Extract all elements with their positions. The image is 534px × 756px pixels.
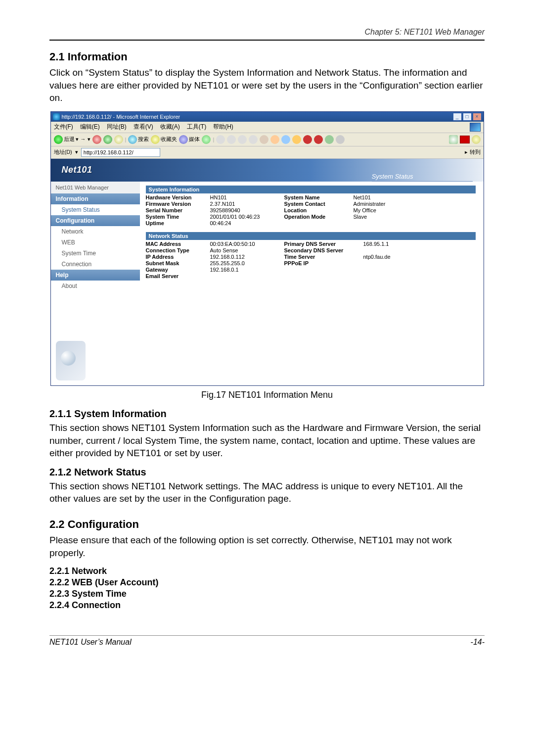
history-icon[interactable] [202,135,211,144]
footer-manual: NET101 User’s Manual [49,638,132,647]
toolbar-icon-e[interactable] [303,135,312,144]
section-2-1-para: Click on “System Status” to display the … [49,66,485,104]
forward-button[interactable]: → ▾ [81,136,90,142]
close-button[interactable]: × [473,113,482,121]
section-2-1-1-para: This section shows NET101 System Informa… [49,422,485,460]
toolbar-icon-g[interactable] [325,135,334,144]
stop-icon[interactable] [92,135,101,144]
search-button[interactable]: 搜索 [128,135,149,144]
ie-throbber-icon [470,123,481,132]
label-serial-number: Serial Number [146,207,210,213]
go-button[interactable]: ▸ 转到 [465,148,480,156]
toolbar-icon-f[interactable] [314,135,323,144]
menu-help[interactable]: 帮助(H) [213,123,233,132]
label-connection-type: Connection Type [146,247,210,253]
label-firmware-version: Firmware Version [146,201,210,207]
label-mac-address: MAC Address [146,241,210,247]
value-connection-type: Auto Sense [210,247,284,253]
ext-icon-1[interactable] [449,135,458,144]
minimize-button[interactable]: _ [453,113,462,121]
label-ip-address: IP Address [146,254,210,260]
sidebar: Net101 Web Manager Information System St… [51,182,140,385]
ie-window-title: http://192.168.0.112/ - Microsoft Intern… [62,114,180,120]
label-operation-mode: Operation Mode [284,214,354,220]
menu-edit[interactable]: 编辑(E) [80,123,100,132]
toolbar-icon-c[interactable] [281,135,290,144]
sidebar-caption: Net101 Web Manager [51,182,140,193]
mail-icon[interactable] [216,135,225,144]
back-button[interactable]: 后退 ▾ [54,135,79,144]
ie-window: http://192.168.0.112/ - Microsoft Intern… [50,111,484,386]
net101-brand: Net101 [51,165,92,175]
menu-goto[interactable]: 同址(B) [107,123,127,132]
net101-banner: Net101 System Status [51,159,484,182]
value-email-server [210,273,284,279]
label-gateway: Gateway [146,267,210,273]
sidebar-item-network[interactable]: Network [51,226,140,237]
sidebar-section-information: Information [51,193,140,204]
label-secondary-dns: Secondary DNS Server [284,247,363,253]
network-status-table: MAC Address 00:03:EA:00:50:10 Primary DN… [146,241,476,279]
section-2-1-2-para: This section shows NET101 Network settin… [49,480,485,505]
section-2-2-4: 2.2.4 Connection [49,600,485,611]
value-ip-address: 192.168.0.112 [210,254,284,260]
menu-tools[interactable]: 工具(T) [187,123,206,132]
chapter-header: Chapter 5: NET101 Web Manager [49,28,485,41]
sidebar-item-connection[interactable]: Connection [51,259,140,270]
figure-caption: Fig.17 NET101 Information Menu [49,390,485,400]
label-system-name: System Name [284,194,354,200]
ie-menubar: 文件(F) 编辑(E) 同址(B) 查看(V) 收藏(A) 工具(T) 帮助(H… [51,122,484,133]
value-gateway: 192.168.0.1 [210,267,284,273]
section-2-2-1: 2.2.1 Network [49,566,485,576]
home-icon[interactable] [114,135,123,144]
ie-addressbar: 地址(D) ▾ ▸ 转到 [51,146,484,159]
value-system-time: 2001/01/01 00:46:23 [210,214,284,220]
edit-icon[interactable] [238,135,247,144]
address-label: 地址(D) [54,148,72,156]
menu-file[interactable]: 文件(F) [54,123,73,132]
value-location: My Office [354,207,413,213]
page-footer: NET101 User’s Manual -14- [49,635,485,647]
label-system-contact: System Contact [284,201,354,207]
print-icon[interactable] [227,135,236,144]
section-2-1-title: 2.1 Information [49,50,485,63]
value-time-server: ntp0.fau.de [363,254,423,260]
sidebar-item-system-status[interactable]: System Status [51,204,140,215]
ext-icon-3[interactable] [472,135,481,144]
value-firmware-version: 2.37.N101 [210,201,284,207]
section-2-2-2: 2.2.2 WEB (User Account) [49,577,485,588]
value-uptime: 00:46:24 [210,220,284,226]
value-system-contact: Administrater [354,201,413,207]
toolbar-icon-h[interactable] [336,135,345,144]
sidebar-item-about[interactable]: About [51,281,140,291]
ie-logo-icon [53,113,60,120]
panel-title-network-status: Network Status [146,232,476,240]
toolbar-icon-d[interactable] [292,135,301,144]
ie-toolbar: 后退 ▾ → ▾ | 搜索 收藏夹 媒体 | [51,133,484,146]
banner-status-label: System Status [372,173,473,182]
refresh-icon[interactable] [103,135,112,144]
discuss-icon[interactable] [249,135,258,144]
media-button[interactable]: 媒体 [179,135,200,144]
label-email-server: Email Server [146,273,210,279]
menu-fav[interactable]: 收藏(A) [160,123,180,132]
ext-icon-2[interactable] [460,136,470,143]
label-primary-dns: Primary DNS Server [284,241,363,247]
menu-view[interactable]: 查看(V) [134,123,153,132]
maximize-button[interactable]: □ [463,113,472,121]
panel-title-system-information: System Information [146,186,476,193]
favorites-button[interactable]: 收藏夹 [151,135,177,144]
sidebar-item-system-time[interactable]: System Time [51,248,140,259]
section-2-1-2-title: 2.1.2 Network Status [49,467,485,478]
address-input[interactable] [81,148,160,157]
value-system-name: Net101 [354,194,413,200]
label-pppoe-ip: PPPoE IP [284,260,363,266]
toolbar-icon-b[interactable] [270,135,279,144]
toolbar-icon-a[interactable] [260,135,268,144]
value-pppoe-ip [363,260,423,266]
chapter-title: Chapter 5: NET101 Web Manager [365,28,485,37]
sidebar-item-web[interactable]: WEB [51,237,140,248]
value-secondary-dns [363,247,423,253]
sidebar-section-help: Help [51,270,140,281]
label-system-time: System Time [146,214,210,220]
